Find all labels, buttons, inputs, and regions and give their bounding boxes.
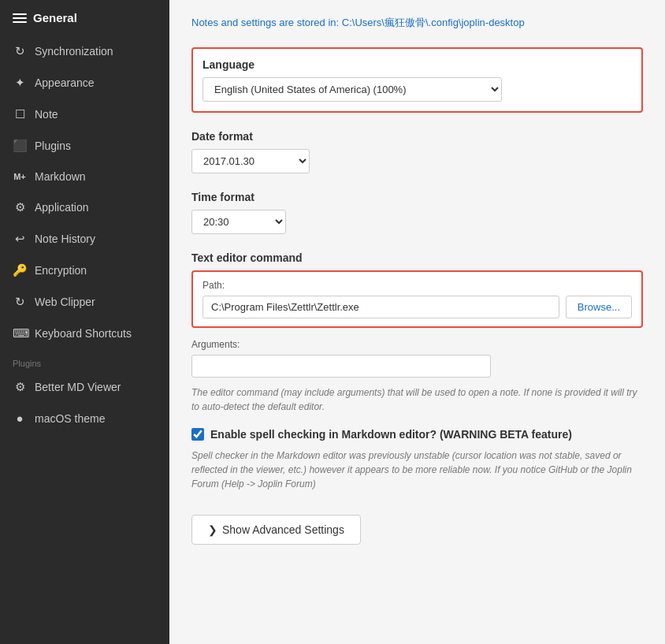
arguments-section: Arguments: xyxy=(191,339,643,378)
keyboard-icon: ⌨ xyxy=(13,326,27,341)
browse-button[interactable]: Browse... xyxy=(566,296,632,318)
sidebar-header: General xyxy=(0,0,169,35)
time-format-section: Time format 20:30 8:30 PM xyxy=(191,191,643,234)
sidebar-item-label: Web Clipper xyxy=(35,296,95,308)
sidebar-item-label: Markdown xyxy=(35,170,86,183)
language-select[interactable]: English (United States of America) (100%… xyxy=(202,77,502,102)
appearance-icon: ✦ xyxy=(13,76,27,90)
sidebar-item-label: Note xyxy=(35,108,58,121)
spell-check-row: Enable spell checking in Markdown editor… xyxy=(191,428,643,441)
sidebar-item-label: Appearance xyxy=(35,76,95,89)
language-label: Language xyxy=(202,58,632,71)
arguments-input[interactable] xyxy=(191,355,491,378)
show-advanced-label: Show Advanced Settings xyxy=(222,523,344,536)
sidebar: General ↻ Synchronization ✦ Appearance ☐… xyxy=(0,0,169,644)
sidebar-item-markdown[interactable]: M+ Markdown xyxy=(0,162,169,192)
note-icon: ☐ xyxy=(13,107,27,121)
show-advanced-button[interactable]: ❯ Show Advanced Settings xyxy=(191,515,361,545)
application-icon: ⚙ xyxy=(13,200,27,214)
macos-theme-icon: ● xyxy=(13,411,27,425)
sidebar-item-label: Encryption xyxy=(35,264,87,277)
path-input[interactable] xyxy=(202,296,559,318)
time-format-select[interactable]: 20:30 8:30 PM xyxy=(191,210,286,234)
spell-check-info: Spell checker in the Markdown editor was… xyxy=(191,449,643,491)
sidebar-item-label: Plugins xyxy=(35,140,71,152)
web-clipper-icon: ↻ xyxy=(13,295,27,309)
sidebar-item-better-md-viewer[interactable]: ⚙ Better MD Viewer xyxy=(0,371,169,403)
text-editor-section: Text editor command Path: Browse... Argu… xyxy=(191,251,643,414)
sidebar-item-label: Note History xyxy=(35,233,95,245)
time-format-label: Time format xyxy=(191,191,643,203)
editor-help-text: The editor command (may include argument… xyxy=(191,385,643,414)
date-format-label: Date format xyxy=(191,130,643,143)
sync-icon: ↻ xyxy=(13,44,27,58)
path-box: Path: Browse... xyxy=(191,270,643,328)
date-format-select[interactable]: 2017.01.30 01/30/2017 30/01/2017 2017-01… xyxy=(191,149,310,173)
language-section: Language English (United States of Ameri… xyxy=(191,47,643,113)
sidebar-item-application[interactable]: ⚙ Application xyxy=(0,192,169,223)
sidebar-item-appearance[interactable]: ✦ Appearance xyxy=(0,67,169,99)
encryption-icon: 🔑 xyxy=(13,263,27,277)
plugins-section-label: Plugins xyxy=(0,349,169,371)
language-highlighted-box: Language English (United States of Ameri… xyxy=(191,47,643,113)
sidebar-item-label: Application xyxy=(35,201,89,214)
sidebar-item-label: Better MD Viewer xyxy=(35,381,121,393)
spell-check-label: Enable spell checking in Markdown editor… xyxy=(210,428,572,441)
text-editor-label: Text editor command xyxy=(191,251,643,264)
sidebar-item-note-history[interactable]: ↩ Note History xyxy=(0,223,169,255)
chevron-right-icon: ❯ xyxy=(208,523,217,536)
sidebar-item-macos-theme[interactable]: ● macOS theme xyxy=(0,403,169,434)
sidebar-item-web-clipper[interactable]: ↻ Web Clipper xyxy=(0,286,169,318)
path-input-row: Browse... xyxy=(202,296,632,318)
sidebar-item-plugins[interactable]: ⬛ Plugins xyxy=(0,130,169,162)
plugins-icon: ⬛ xyxy=(13,139,27,153)
sidebar-item-label: Keyboard Shortcuts xyxy=(35,327,132,340)
sidebar-item-encryption[interactable]: 🔑 Encryption xyxy=(0,255,169,286)
markdown-icon: M+ xyxy=(13,172,27,181)
date-format-section: Date format 2017.01.30 01/30/2017 30/01/… xyxy=(191,130,643,173)
spell-check-checkbox[interactable] xyxy=(191,428,204,441)
sidebar-item-label: Synchronization xyxy=(35,45,113,58)
path-sublabel: Path: xyxy=(202,280,632,291)
storage-path-info: Notes and settings are stored in: C:\Use… xyxy=(191,16,643,30)
better-md-icon: ⚙ xyxy=(13,380,27,394)
sidebar-title: General xyxy=(33,11,77,24)
note-history-icon: ↩ xyxy=(13,232,27,246)
main-content: Notes and settings are stored in: C:\Use… xyxy=(169,0,665,644)
sidebar-item-synchronization[interactable]: ↻ Synchronization xyxy=(0,35,169,67)
sidebar-item-keyboard-shortcuts[interactable]: ⌨ Keyboard Shortcuts xyxy=(0,318,169,349)
arguments-label: Arguments: xyxy=(191,339,643,350)
sidebar-item-note[interactable]: ☐ Note xyxy=(0,99,169,130)
menu-icon xyxy=(13,13,27,23)
sidebar-item-label: macOS theme xyxy=(35,412,105,425)
